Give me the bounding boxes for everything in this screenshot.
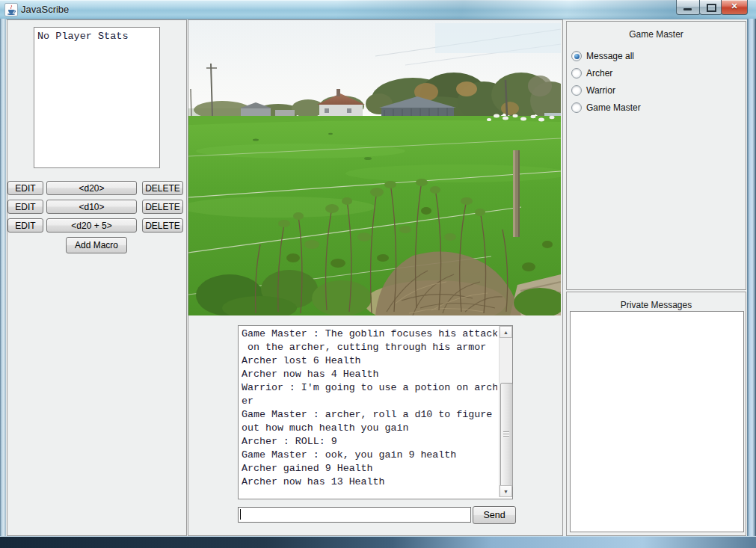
delete-macro-1-button[interactable]: DELETE: [142, 181, 183, 195]
minimize-icon: [683, 8, 692, 10]
radio-unselected-icon[interactable]: [571, 68, 582, 78]
radio-game-master[interactable]: Game Master: [571, 102, 641, 114]
radio-label: Message all: [586, 51, 634, 61]
macro-d20plus5-button[interactable]: <d20 + 5>: [46, 218, 137, 233]
window-title: JavaScribe: [21, 4, 69, 15]
edit-macro-3-button[interactable]: EDIT: [7, 218, 43, 233]
radio-label: Game Master: [586, 102, 641, 113]
window-border-bottom: [0, 536, 756, 548]
radio-unselected-icon[interactable]: [571, 102, 582, 113]
radio-warrior[interactable]: Warrior: [571, 84, 615, 96]
close-icon: ✕: [722, 1, 747, 11]
chat-log-container: Game Master : The goblin focuses his att…: [238, 325, 513, 499]
radio-selected-icon[interactable]: [571, 51, 582, 61]
java-logo-icon: [4, 3, 18, 16]
radio-unselected-icon[interactable]: [571, 85, 582, 96]
text-caret: [240, 509, 241, 520]
maximize-button[interactable]: [699, 0, 722, 15]
scroll-up-icon[interactable]: ▲: [500, 326, 512, 338]
recipient-panel-title: Game Master: [567, 29, 746, 40]
maximize-icon: [707, 4, 716, 12]
message-input[interactable]: [238, 507, 471, 523]
recipient-panel: Game Master Message all Archer Warrior G…: [566, 21, 746, 290]
macro-d20-button[interactable]: <d20>: [46, 181, 137, 195]
window-border-right: [747, 19, 756, 537]
radio-label: Warrior: [586, 85, 615, 96]
edit-macro-1-button[interactable]: EDIT: [7, 181, 43, 195]
radio-label: Archer: [586, 68, 612, 78]
radio-message-all[interactable]: Message all: [571, 50, 634, 62]
minimize-button[interactable]: [676, 0, 701, 15]
chat-log[interactable]: Game Master : The goblin focuses his att…: [242, 327, 497, 496]
add-macro-button[interactable]: Add Macro: [66, 237, 127, 253]
scroll-down-icon[interactable]: ▼: [500, 485, 512, 497]
macro-d10-button[interactable]: <d10>: [46, 200, 137, 214]
radio-archer[interactable]: Archer: [571, 67, 612, 79]
send-button[interactable]: Send: [473, 506, 516, 524]
scrollbar-thumb[interactable]: [500, 383, 513, 487]
delete-macro-3-button[interactable]: DELETE: [142, 218, 183, 233]
field-photo: [188, 20, 561, 315]
player-stats-textarea[interactable]: No Player Stats: [34, 27, 160, 168]
private-messages-title: Private Messages: [567, 300, 746, 310]
app-window: JavaScribe ✕ No Player Stats EDIT <d20> …: [0, 0, 756, 548]
window-border-left: [0, 19, 6, 537]
title-bar[interactable]: [0, 0, 756, 19]
edit-macro-2-button[interactable]: EDIT: [7, 200, 43, 214]
private-messages-textarea[interactable]: [570, 311, 744, 532]
close-button[interactable]: ✕: [721, 0, 748, 15]
chat-scrollbar[interactable]: ▲ ▼: [499, 326, 512, 497]
scrollbar-grip-icon: [503, 431, 509, 437]
delete-macro-2-button[interactable]: DELETE: [142, 200, 183, 214]
